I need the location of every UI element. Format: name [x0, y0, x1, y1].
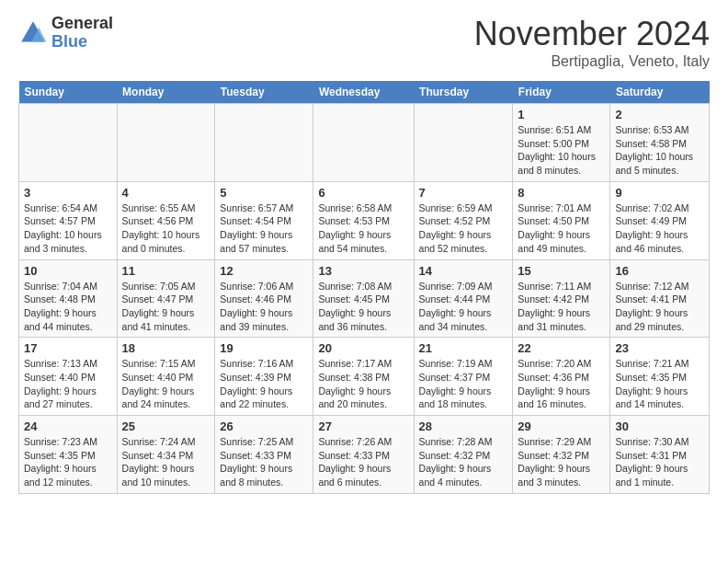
calendar-table: SundayMondayTuesdayWednesdayThursdayFrid… [18, 81, 710, 494]
page: General Blue November 2024 Bertipaglia, … [0, 0, 728, 563]
day-detail: Sunrise: 7:26 AM Sunset: 4:33 PM Dayligh… [318, 436, 392, 488]
weekday-header-cell: Friday [513, 81, 610, 104]
day-detail: Sunrise: 7:13 AM Sunset: 4:40 PM Dayligh… [24, 358, 97, 409]
logo: General Blue [18, 15, 113, 52]
day-detail: Sunrise: 7:21 AM Sunset: 4:35 PM Dayligh… [615, 358, 688, 409]
calendar-day-cell [117, 104, 215, 182]
day-detail: Sunrise: 7:24 AM Sunset: 4:34 PM Dayligh… [122, 436, 196, 488]
calendar-day-cell: 24Sunrise: 7:23 AM Sunset: 4:35 PM Dayli… [19, 416, 118, 494]
calendar-week-row: 17Sunrise: 7:13 AM Sunset: 4:40 PM Dayli… [19, 338, 710, 416]
calendar-body: 1Sunrise: 6:51 AM Sunset: 5:00 PM Daylig… [19, 104, 710, 494]
calendar-day-cell: 3Sunrise: 6:54 AM Sunset: 4:57 PM Daylig… [19, 181, 118, 259]
calendar-day-cell: 28Sunrise: 7:28 AM Sunset: 4:32 PM Dayli… [414, 416, 513, 494]
day-detail: Sunrise: 7:08 AM Sunset: 4:45 PM Dayligh… [318, 281, 392, 332]
day-number: 1 [518, 108, 605, 121]
weekday-header-cell: Monday [117, 81, 215, 104]
calendar-day-cell: 17Sunrise: 7:13 AM Sunset: 4:40 PM Dayli… [19, 338, 118, 416]
day-number: 19 [220, 341, 308, 355]
day-detail: Sunrise: 7:30 AM Sunset: 4:31 PM Dayligh… [615, 436, 688, 488]
day-detail: Sunrise: 6:55 AM Sunset: 4:56 PM Dayligh… [122, 202, 200, 254]
day-number: 27 [318, 419, 408, 433]
day-detail: Sunrise: 7:11 AM Sunset: 4:42 PM Dayligh… [518, 281, 591, 332]
calendar-day-cell: 6Sunrise: 6:58 AM Sunset: 4:53 PM Daylig… [313, 181, 414, 259]
day-number: 11 [122, 264, 210, 278]
calendar-day-cell [215, 104, 313, 182]
day-detail: Sunrise: 6:58 AM Sunset: 4:53 PM Dayligh… [318, 202, 392, 254]
calendar-day-cell: 10Sunrise: 7:04 AM Sunset: 4:48 PM Dayli… [19, 259, 118, 338]
calendar-week-row: 24Sunrise: 7:23 AM Sunset: 4:35 PM Dayli… [19, 416, 710, 494]
weekday-header-cell: Wednesday [313, 81, 414, 104]
day-detail: Sunrise: 7:15 AM Sunset: 4:40 PM Dayligh… [122, 358, 196, 409]
calendar-day-cell: 15Sunrise: 7:11 AM Sunset: 4:42 PM Dayli… [513, 259, 610, 338]
weekday-header-cell: Sunday [19, 81, 118, 104]
day-detail: Sunrise: 7:12 AM Sunset: 4:41 PM Dayligh… [615, 281, 688, 332]
day-number: 26 [220, 419, 308, 433]
calendar-day-cell: 21Sunrise: 7:19 AM Sunset: 4:37 PM Dayli… [414, 338, 513, 416]
logo-blue: Blue [51, 33, 113, 52]
calendar-day-cell [19, 104, 118, 182]
day-number: 30 [615, 419, 704, 433]
calendar-day-cell: 18Sunrise: 7:15 AM Sunset: 4:40 PM Dayli… [117, 338, 215, 416]
logo-general: General [51, 15, 113, 33]
day-detail: Sunrise: 6:51 AM Sunset: 5:00 PM Dayligh… [518, 124, 596, 176]
calendar-day-cell: 16Sunrise: 7:12 AM Sunset: 4:41 PM Dayli… [610, 259, 710, 338]
day-detail: Sunrise: 7:20 AM Sunset: 4:36 PM Dayligh… [518, 358, 591, 409]
day-number: 5 [220, 186, 308, 200]
calendar-day-cell: 13Sunrise: 7:08 AM Sunset: 4:45 PM Dayli… [313, 259, 414, 338]
day-detail: Sunrise: 7:25 AM Sunset: 4:33 PM Dayligh… [220, 436, 293, 488]
day-number: 22 [518, 341, 605, 355]
month-title: November 2024 [474, 15, 710, 53]
calendar-week-row: 3Sunrise: 6:54 AM Sunset: 4:57 PM Daylig… [19, 181, 710, 259]
day-detail: Sunrise: 7:17 AM Sunset: 4:38 PM Dayligh… [318, 358, 392, 409]
day-number: 13 [318, 264, 408, 278]
day-number: 18 [122, 341, 210, 355]
day-detail: Sunrise: 6:53 AM Sunset: 4:58 PM Dayligh… [615, 124, 693, 176]
calendar-day-cell: 14Sunrise: 7:09 AM Sunset: 4:44 PM Dayli… [414, 259, 513, 338]
day-number: 14 [419, 264, 508, 278]
day-number: 23 [615, 341, 704, 355]
day-number: 25 [122, 419, 210, 433]
day-detail: Sunrise: 7:09 AM Sunset: 4:44 PM Dayligh… [419, 281, 493, 332]
day-number: 10 [24, 264, 112, 278]
day-number: 28 [419, 419, 508, 433]
day-number: 3 [24, 186, 112, 200]
day-detail: Sunrise: 7:16 AM Sunset: 4:39 PM Dayligh… [220, 358, 293, 409]
day-detail: Sunrise: 7:06 AM Sunset: 4:46 PM Dayligh… [220, 281, 293, 332]
calendar-day-cell: 29Sunrise: 7:29 AM Sunset: 4:32 PM Dayli… [513, 416, 610, 494]
calendar-day-cell [414, 104, 513, 182]
calendar-day-cell: 12Sunrise: 7:06 AM Sunset: 4:46 PM Dayli… [215, 259, 313, 338]
weekday-header-cell: Tuesday [215, 81, 313, 104]
day-detail: Sunrise: 6:59 AM Sunset: 4:52 PM Dayligh… [419, 202, 493, 254]
day-number: 21 [419, 341, 508, 355]
day-number: 4 [122, 186, 210, 200]
calendar-day-cell: 4Sunrise: 6:55 AM Sunset: 4:56 PM Daylig… [117, 181, 215, 259]
day-detail: Sunrise: 7:29 AM Sunset: 4:32 PM Dayligh… [518, 436, 591, 488]
calendar-day-cell: 8Sunrise: 7:01 AM Sunset: 4:50 PM Daylig… [513, 181, 610, 259]
calendar-day-cell: 2Sunrise: 6:53 AM Sunset: 4:58 PM Daylig… [610, 104, 710, 182]
calendar-day-cell: 30Sunrise: 7:30 AM Sunset: 4:31 PM Dayli… [610, 416, 710, 494]
day-number: 17 [24, 341, 112, 355]
calendar-week-row: 10Sunrise: 7:04 AM Sunset: 4:48 PM Dayli… [19, 259, 710, 338]
calendar-day-cell [313, 104, 414, 182]
day-number: 15 [518, 264, 605, 278]
calendar-week-row: 1Sunrise: 6:51 AM Sunset: 5:00 PM Daylig… [19, 104, 710, 182]
day-number: 8 [518, 186, 605, 200]
day-detail: Sunrise: 6:54 AM Sunset: 4:57 PM Dayligh… [24, 202, 102, 254]
header: General Blue November 2024 Bertipaglia, … [18, 15, 710, 70]
weekday-header-cell: Saturday [610, 81, 710, 104]
calendar-day-cell: 27Sunrise: 7:26 AM Sunset: 4:33 PM Dayli… [313, 416, 414, 494]
calendar-day-cell: 9Sunrise: 7:02 AM Sunset: 4:49 PM Daylig… [610, 181, 710, 259]
location-subtitle: Bertipaglia, Veneto, Italy [474, 53, 710, 70]
day-number: 2 [615, 108, 704, 121]
weekday-header-cell: Thursday [414, 81, 513, 104]
calendar-day-cell: 5Sunrise: 6:57 AM Sunset: 4:54 PM Daylig… [215, 181, 313, 259]
day-number: 12 [220, 264, 308, 278]
calendar-day-cell: 1Sunrise: 6:51 AM Sunset: 5:00 PM Daylig… [513, 104, 610, 182]
day-detail: Sunrise: 7:04 AM Sunset: 4:48 PM Dayligh… [24, 281, 97, 332]
day-number: 16 [615, 264, 704, 278]
calendar-day-cell: 26Sunrise: 7:25 AM Sunset: 4:33 PM Dayli… [215, 416, 313, 494]
day-number: 24 [24, 419, 112, 433]
calendar-day-cell: 19Sunrise: 7:16 AM Sunset: 4:39 PM Dayli… [215, 338, 313, 416]
day-detail: Sunrise: 7:28 AM Sunset: 4:32 PM Dayligh… [419, 436, 493, 488]
calendar-day-cell: 22Sunrise: 7:20 AM Sunset: 4:36 PM Dayli… [513, 338, 610, 416]
